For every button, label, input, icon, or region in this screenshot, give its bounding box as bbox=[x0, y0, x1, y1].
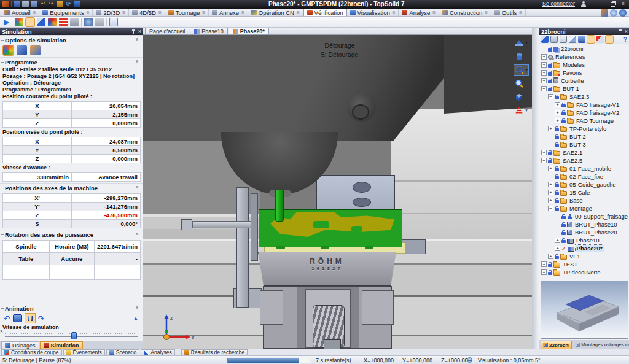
tree-item-but1[interactable]: −BUT 1 bbox=[539, 85, 629, 93]
tree-expander[interactable]: + bbox=[541, 261, 547, 267]
tree-item-references[interactable]: +Références bbox=[539, 53, 629, 61]
tab-construction[interactable]: Construction bbox=[439, 9, 491, 16]
sign-in-link[interactable]: Se connecter bbox=[542, 1, 575, 7]
tab-22brocni[interactable]: 22brocni bbox=[541, 341, 572, 349]
tab-conditions-de-coupe[interactable]: Conditions de coupe bbox=[1, 349, 62, 355]
tree-item-sae21[interactable]: +SAE2.1 bbox=[539, 149, 629, 157]
step-icon[interactable] bbox=[13, 314, 22, 322]
help-icon[interactable] bbox=[619, 9, 627, 17]
tab-phase10[interactable]: Phase10 bbox=[190, 28, 228, 34]
render-mode-icon[interactable] bbox=[3, 45, 14, 55]
pause-icon[interactable] bbox=[25, 314, 35, 323]
stock-icon[interactable] bbox=[26, 18, 34, 26]
tab-verification[interactable]: Vérification bbox=[303, 9, 347, 16]
screen-icon[interactable] bbox=[31, 1, 37, 7]
section-cone-icon[interactable]: ▼ bbox=[514, 106, 528, 115]
layers-icon[interactable] bbox=[578, 36, 585, 43]
annotate-icon[interactable] bbox=[596, 36, 604, 43]
tree-expander[interactable]: + bbox=[548, 182, 553, 187]
tab-scenario[interactable]: Scénario bbox=[106, 349, 140, 355]
machine-axes-header[interactable]: Positions des axes de la machine bbox=[0, 183, 143, 192]
machine-sim-icon[interactable] bbox=[70, 18, 79, 26]
run-verification-icon[interactable]: ▶ bbox=[4, 18, 9, 26]
toolpath-icon[interactable] bbox=[37, 18, 45, 26]
explorer-icon[interactable] bbox=[541, 36, 549, 43]
tree-expander[interactable]: − bbox=[541, 158, 547, 163]
tree-expander[interactable]: + bbox=[555, 110, 560, 115]
tab-outils[interactable]: Outils bbox=[491, 9, 526, 16]
tree-expander[interactable]: + bbox=[541, 150, 547, 155]
tree-item-brut-phase20[interactable]: BRUT_Phase20 bbox=[539, 228, 629, 236]
material-removal-icon[interactable] bbox=[48, 18, 57, 26]
tab-montages-usinages[interactable]: Montages usinages cachan bbox=[573, 341, 629, 349]
tab-2d3d[interactable]: 2D/3D bbox=[93, 9, 129, 16]
tree-expander[interactable]: + bbox=[548, 254, 553, 259]
tree-item-base[interactable]: +Base bbox=[539, 196, 629, 204]
globe-stock-icon[interactable] bbox=[84, 18, 93, 26]
slider-thumb[interactable] bbox=[71, 332, 77, 339]
tree-expander[interactable]: + bbox=[541, 269, 547, 275]
refresh-icon[interactable]: ⟳ bbox=[65, 1, 72, 7]
tab-page-accueil[interactable]: Page d'accueil bbox=[145, 28, 189, 34]
tree-item-vf1[interactable]: +VF1 bbox=[539, 252, 629, 260]
tree-item-brut-phase10[interactable]: BRUT_Phase10 bbox=[539, 220, 629, 228]
tree-item-corbeille[interactable]: +Corbeille bbox=[539, 77, 629, 85]
save-icon[interactable] bbox=[14, 1, 20, 7]
forward-icon[interactable]: ↷ bbox=[38, 314, 44, 323]
tree-item-fao-fraisage-v1[interactable]: +FAO fraisage-V1 bbox=[539, 101, 629, 109]
tree-item-modeles[interactable]: +Modèles bbox=[539, 61, 629, 69]
copy-icon[interactable] bbox=[22, 1, 29, 7]
user-icon[interactable] bbox=[580, 1, 586, 7]
render-palette-icon[interactable] bbox=[15, 18, 23, 26]
tab-usinages[interactable]: Usinages bbox=[1, 341, 39, 349]
tree-expander[interactable]: + bbox=[555, 118, 560, 123]
tree-item-01-face-mobile[interactable]: +01-Face_mobile bbox=[539, 165, 629, 172]
tab-annexe[interactable]: Annexe bbox=[209, 9, 248, 16]
tree-item-02-face-fixe[interactable]: 02-Face_fixe bbox=[539, 172, 629, 180]
zoom-window-icon[interactable]: ▼ bbox=[514, 65, 528, 75]
options-icon[interactable] bbox=[601, 9, 608, 17]
tree-item-support-fraisage[interactable]: 00-Support_fraisage bbox=[539, 212, 629, 220]
tab-simulation[interactable]: Simulation bbox=[40, 341, 83, 349]
tab-visualisation[interactable]: Visualisation bbox=[347, 9, 399, 16]
t ree-item-05-guide-gauche[interactable]: +05-Guide_gauche bbox=[539, 180, 629, 188]
tree-item-15-cale[interactable]: +15-Cale bbox=[539, 188, 629, 196]
tree-item-but3[interactable]: BUT 3 bbox=[539, 141, 629, 149]
splitter[interactable] bbox=[532, 28, 539, 349]
redo-icon[interactable]: ↷ bbox=[48, 1, 55, 7]
tree-item-montage[interactable]: −Montage bbox=[539, 204, 629, 212]
tool-display-icon[interactable] bbox=[17, 45, 27, 55]
tab-analyses[interactable]: Analyses bbox=[141, 349, 175, 355]
tab-analyse[interactable]: Analyse bbox=[399, 9, 439, 16]
power-axes-header[interactable]: Rotation des axes de puissance bbox=[0, 230, 143, 239]
tree-expander[interactable]: + bbox=[541, 62, 547, 68]
tree-item-but2[interactable]: BUT 2 bbox=[539, 133, 629, 141]
tree-item-tp-decouverte[interactable]: +TP decouverte bbox=[539, 268, 629, 276]
tree-expander[interactable]: − bbox=[541, 86, 547, 91]
tree-expander[interactable]: + bbox=[555, 102, 560, 107]
eject-icon[interactable]: ▲ bbox=[133, 315, 139, 322]
undo-icon[interactable]: ↶ bbox=[39, 1, 46, 7]
collision-cone-icon[interactable] bbox=[59, 18, 68, 26]
tree-item-22brocni[interactable]: 22brocni bbox=[539, 45, 629, 53]
zoom-icon[interactable] bbox=[514, 79, 524, 88]
rewind-icon[interactable]: ↶ bbox=[4, 314, 10, 323]
tree-view-icon[interactable] bbox=[550, 36, 558, 43]
close-button[interactable]: × bbox=[619, 1, 628, 7]
programme-section-header[interactable]: Programme bbox=[0, 57, 143, 66]
tree-item-tp-porte-stylo[interactable]: +TP-Porte stylo bbox=[539, 125, 629, 133]
minimize-button[interactable]: – bbox=[598, 1, 607, 7]
visualisation-setting[interactable]: Visualisation : 0,05mm 5° bbox=[478, 357, 540, 363]
pen-icon[interactable] bbox=[2, 1, 9, 7]
tree-expander[interactable]: + bbox=[548, 198, 553, 203]
tab-resultats-recherche[interactable]: Résultats de recherche bbox=[181, 349, 248, 355]
tab-tournage[interactable]: Tournage bbox=[165, 9, 209, 16]
3d-viewport[interactable]: RÖHM 161827 Détourage 5: Détourage ▼ ▼ ▼ bbox=[143, 35, 532, 349]
tree-expander[interactable]: + bbox=[541, 78, 547, 83]
tree-expander[interactable]: + bbox=[555, 246, 560, 251]
tree-item-favoris[interactable]: +Favoris bbox=[539, 69, 629, 77]
tab-accueil[interactable]: Accueil bbox=[1, 9, 39, 16]
tab-phase20[interactable]: Phase20* bbox=[229, 28, 269, 34]
tree-item-test[interactable]: +TEST bbox=[539, 260, 629, 268]
help-button[interactable]: ? bbox=[623, 36, 627, 43]
